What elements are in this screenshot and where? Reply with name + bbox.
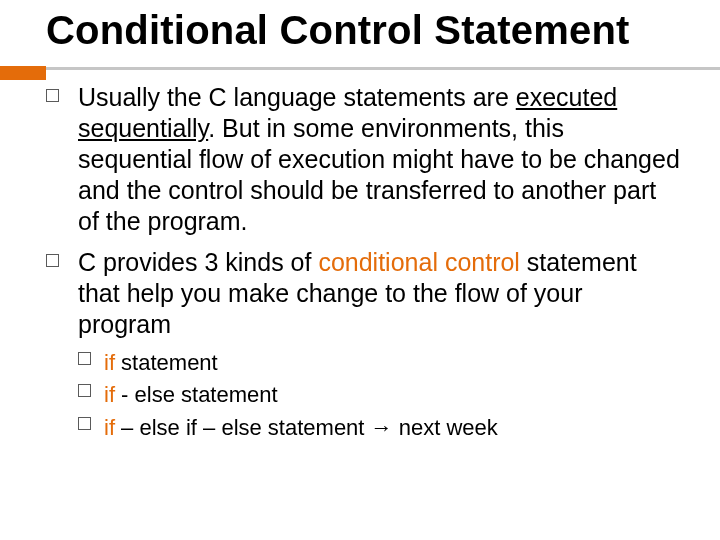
para1-part1: Usually the C language statements are <box>78 83 516 111</box>
sub-bullet-3: if – else if – else statement → next wee… <box>78 413 680 443</box>
divider-rule <box>0 67 720 70</box>
keyword-if: if <box>104 382 115 407</box>
sub1-rest: statement <box>115 350 218 375</box>
square-bullet-icon <box>78 352 91 365</box>
keyword-if: if <box>104 415 115 440</box>
sub-bullet-2: if - else statement <box>78 380 680 410</box>
para2-part1: C provides 3 kinds of <box>78 248 318 276</box>
arrow-right-icon: → <box>371 415 393 440</box>
slide-body: Usually the C language statements are ex… <box>0 76 720 443</box>
keyword-if: if <box>104 350 115 375</box>
square-bullet-icon <box>46 254 59 267</box>
square-bullet-icon <box>78 417 91 430</box>
bullet-2: C provides 3 kinds of conditional contro… <box>46 247 680 443</box>
square-bullet-icon <box>46 89 59 102</box>
sub2-rest: - else statement <box>115 382 278 407</box>
square-bullet-icon <box>78 384 91 397</box>
para2-highlight: conditional control <box>318 248 520 276</box>
sub3-mid: – else if – else statement <box>115 415 371 440</box>
bullet-1: Usually the C language statements are ex… <box>46 82 680 237</box>
accent-bar <box>0 66 46 80</box>
sub3-tail: next week <box>393 415 498 440</box>
sub-bullet-1: if statement <box>78 348 680 378</box>
slide-title: Conditional Control Statement <box>46 8 674 53</box>
sub-bullet-list: if statement if - else statement if – el… <box>78 348 680 443</box>
